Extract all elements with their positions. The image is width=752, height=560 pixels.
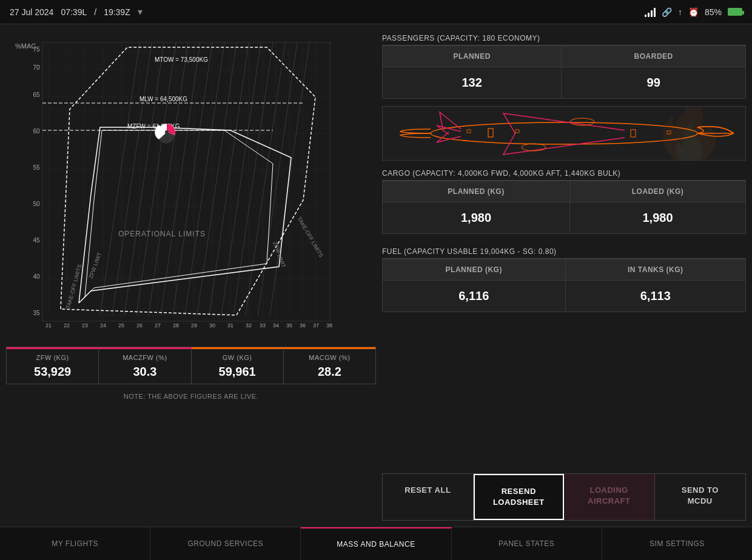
cargo-header: CARGO (CAPACITY: 4,000KG FWD, 4,000KG AF… [382,165,746,181]
status-left: 27 Jul 2024 07:39L / 19:39Z ▾ [10,6,143,18]
passengers-header: PASSENGERS (CAPACITY: 180 ECONOMY) [382,30,746,45]
nav-sim-settings[interactable]: SIM SETTINGS [602,527,752,560]
svg-text:50: 50 [33,201,40,207]
signal-icon [645,7,656,17]
nav-my-flights[interactable]: MY FLIGHTS [0,527,150,560]
cargo-planned-value: 1,980 [383,202,570,234]
cg-chart-svg: %MAC 35 40 45 50 55 60 65 70 75 21 22 23… [6,30,376,339]
svg-text:26: 26 [136,322,143,328]
svg-text:38: 38 [326,322,332,328]
svg-text:25: 25 [118,322,124,328]
passengers-boarded-value: 99 [562,67,746,99]
stats-bar: ZFW (KG) 53,929 MACZFW (%) 30.3 GW (KG) … [6,347,376,384]
gw-label: GW (KG) [198,354,277,361]
zfw-value: 53,929 [13,365,92,379]
nav-mass-and-balance[interactable]: MASS AND BALANCE [301,527,451,560]
passengers-section: PASSENGERS (CAPACITY: 180 ECONOMY) PLANN… [382,30,746,101]
loading-aircraft-button[interactable]: LOADING AIRCRAFT [564,474,655,520]
svg-text:75: 75 [33,46,40,53]
macgw-label: MACGW (%) [290,354,369,361]
svg-text:40: 40 [33,273,40,280]
svg-text:55: 55 [33,164,40,171]
fuel-table: PLANNED (KG) IN TANKS (KG) 6,116 6,113 [382,259,746,312]
svg-text:MTOW = 73,500KG: MTOW = 73,500KG [155,56,208,63]
cg-chart-container: %MAC 35 40 45 50 55 60 65 70 75 21 22 23… [6,30,376,339]
passengers-planned-value: 132 [383,67,562,99]
battery-icon [728,8,742,16]
svg-text:36: 36 [300,322,306,328]
svg-text:24: 24 [100,322,106,328]
left-panel: %MAC 35 40 45 50 55 60 65 70 75 21 22 23… [6,30,376,521]
svg-text:27: 27 [155,322,161,328]
cargo-planned-header: PLANNED (KG) [383,181,570,202]
bottom-nav: MY FLIGHTS GROUND SERVICES MASS AND BALA… [0,527,752,560]
dropdown-icon[interactable]: ▾ [138,6,143,18]
svg-text:33: 33 [260,322,266,328]
time-zulu: 19:39Z [104,7,130,17]
svg-text:22: 22 [64,322,70,328]
maczfw-label: MACZFW (%) [105,354,184,361]
svg-text:MLW = 64,500KG: MLW = 64,500KG [139,96,187,102]
svg-text:32: 32 [246,322,252,328]
watermark-icon: 🔥 [651,106,727,161]
link-icon: 🔗 [662,7,672,17]
passengers-table: PLANNED BOARDED 132 99 [382,45,746,99]
fuel-header: FUEL (CAPACITY USABLE 19,004KG - SG: 0.8… [382,244,746,259]
nav-ground-services[interactable]: GROUND SERVICES [150,527,301,560]
svg-text:OPERATIONAL LIMITS: OPERATIONAL LIMITS [118,230,206,238]
fuel-section: FUEL (CAPACITY USABLE 19,004KG - SG: 0.8… [382,244,746,315]
battery-percent: 85% [705,7,722,17]
svg-rect-87 [467,130,471,133]
live-note: NOTE: THE ABOVE FIGURES ARE LIVE. [6,389,376,404]
svg-point-83 [165,130,169,134]
fuel-intanks-value: 6,113 [565,281,745,312]
passengers-planned-header: PLANNED [383,46,562,67]
zfw-label: ZFW (KG) [13,354,92,361]
svg-text:45: 45 [33,237,40,244]
maczfw-stat: MACZFW (%) 30.3 [99,347,191,384]
zfw-stat: ZFW (KG) 53,929 [7,347,99,384]
svg-text:70: 70 [33,64,40,71]
status-bar: 27 Jul 2024 07:39L / 19:39Z ▾ 🔗 ↑ ⏰ 85% [0,0,752,24]
status-right: 🔗 ↑ ⏰ 85% [645,7,742,17]
cargo-loaded-value: 1,980 [570,202,746,234]
action-buttons: RESET ALL RESEND LOADSHEET LOADING AIRCR… [382,473,746,521]
svg-point-85 [522,144,546,151]
svg-text:31: 31 [227,322,233,328]
resend-loadsheet-button[interactable]: RESEND LOADSHEET [474,474,565,520]
cargo-section: CARGO (CAPACITY: 4,000KG FWD, 4,000KG AF… [382,165,746,236]
date-display: 27 Jul 2024 [10,7,53,17]
fuel-planned-header: PLANNED (KG) [383,259,566,281]
nav-panel-states[interactable]: PANEL STATES [452,527,602,560]
gw-stat: GW (KG) 59,961 [192,347,284,384]
fuel-intanks-header: IN TANKS (KG) [565,259,745,281]
svg-rect-88 [515,130,519,133]
fuel-planned-value: 6,116 [383,281,566,312]
svg-text:28: 28 [173,322,179,328]
svg-text:37: 37 [313,322,319,328]
passengers-boarded-header: BOARDED [562,46,746,67]
svg-text:35: 35 [286,322,292,328]
gw-value: 59,961 [198,365,277,379]
location-icon: ↑ [678,7,682,17]
svg-text:60: 60 [33,128,40,135]
svg-text:35: 35 [33,310,40,316]
cargo-table: PLANNED (KG) LOADED (KG) 1,980 1,980 [382,181,746,234]
svg-rect-91 [631,130,636,137]
send-to-mcdu-button[interactable]: SEND TO MCDU [655,474,746,520]
aircraft-visual: 🔥 [382,106,746,161]
maczfw-value: 30.3 [105,365,184,379]
main-content: %MAC 35 40 45 50 55 60 65 70 75 21 22 23… [0,24,752,527]
time-separator: / [94,7,96,17]
macgw-value: 28.2 [290,365,369,379]
time-local: 07:39L [61,7,87,17]
macgw-stat: MACGW (%) 28.2 [284,347,375,384]
svg-text:21: 21 [45,322,52,328]
right-panel: PASSENGERS (CAPACITY: 180 ECONOMY) PLANN… [382,30,746,521]
svg-text:29: 29 [191,322,197,328]
reset-all-button[interactable]: RESET ALL [383,474,474,520]
alarm-icon: ⏰ [688,7,699,17]
svg-text:30: 30 [209,322,215,328]
svg-text:65: 65 [33,92,40,98]
cargo-loaded-header: LOADED (KG) [570,181,746,202]
